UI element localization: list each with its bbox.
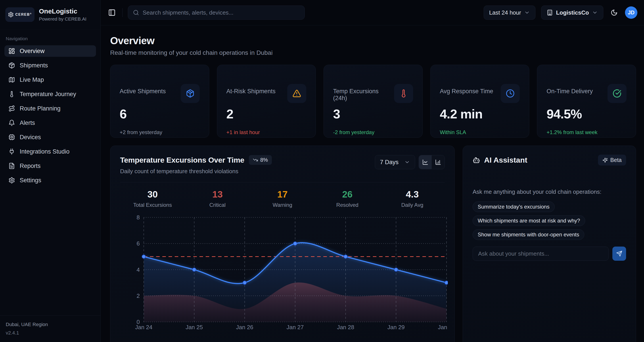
kpi-icon-chip [608,84,626,103]
kpi-card-temp-excursions: Temp Excursions (24h) 3 -2 from yesterda… [324,65,422,138]
region-label: Dubai, UAE Region [6,322,95,328]
topbar-separator [122,8,122,17]
kpi-card-on-time-delivery: On-Time Delivery 94.5% +1.2% from last w… [537,65,636,138]
time-range-select[interactable]: Last 24 hour [484,5,536,20]
svg-text:Jan 30: Jan 30 [438,324,448,331]
topbar-right: Last 24 hour LogisticsCo JD [484,5,637,20]
kpi-value: 6 [120,106,200,121]
bar-chart-toggle[interactable] [432,155,444,169]
alert-triangle-icon [292,89,301,98]
org-select[interactable]: LogisticsCo [541,5,603,20]
stat-warning: 17 Warning [250,189,315,208]
panel-left-icon [108,9,116,16]
ai-question-input[interactable] [472,247,609,261]
building-icon [547,9,553,16]
nav-item-label: Live Map [20,76,44,83]
avatar[interactable]: JD [625,6,637,19]
cereb-gear-icon [8,12,14,17]
svg-text:4: 4 [137,267,140,273]
app-title: OneLogistic [39,7,86,15]
package-icon [186,89,194,98]
sidebar-item-devices[interactable]: Devices [4,131,96,143]
sidebar-item-integrations-studio[interactable]: Integrations Studio [4,146,96,157]
nav-item-label: Devices [20,134,41,141]
sidebar-item-live-map[interactable]: Live Map [4,74,96,85]
svg-text:2: 2 [137,293,140,299]
kpi-label: At-Risk Shipments [226,84,276,95]
trend-badge: 8% [249,155,272,165]
ai-assistant-title: AI Assistant [484,156,527,164]
suggestion-chip-shipments-at-risk[interactable]: Which shipments are most at risk and why… [472,215,585,226]
excursions-chart-card: Temperature Excursions Over Time 8% Dail… [110,146,455,342]
thermometer-icon [399,89,408,98]
kpi-delta: -2 from yesterday [333,129,413,135]
charts-row: Temperature Excursions Over Time 8% Dail… [110,146,636,342]
sidebar-item-overview[interactable]: Overview [4,45,96,57]
kpi-label: On-Time Delivery [546,84,593,95]
route-icon [8,105,15,112]
kpi-delta: +2 from yesterday [120,129,200,135]
svg-text:6: 6 [137,240,140,247]
svg-text:Jan 25: Jan 25 [186,324,203,331]
send-button[interactable] [612,247,626,261]
kpi-card-active-shipments: Active Shipments 6 +2 from yesterday [110,65,209,138]
suggestion-chip-summarize-excursions[interactable]: Summarize today's excursions [472,202,555,212]
ai-input-row [472,247,626,261]
page-title: Overview [110,35,636,47]
bar-chart-icon [435,159,441,165]
nav-item-label: Overview [20,48,45,54]
sidebar-item-temperature-journey[interactable]: Temperature Journey [4,88,96,100]
map-icon [8,76,15,83]
kpi-delta: +1 in last hour [226,129,306,135]
chart-subtitle: Daily count of temperature threshold vio… [120,168,272,175]
kpi-icon-chip [287,84,306,103]
svg-text:Jan 24: Jan 24 [135,324,152,331]
sidebar-item-reports[interactable]: Reports [4,160,96,172]
nav-item-label: Temperature Journey [20,91,76,98]
time-range-value: Last 24 hour [489,9,521,16]
stat-total-excursions: 30 Total Excursions [120,189,185,208]
chart-range-select[interactable]: 7 Days [375,155,415,169]
svg-text:Jan 28: Jan 28 [337,324,354,331]
search-icon [133,9,139,16]
kpi-value: 94.5% [546,106,626,121]
sidebar-item-alerts[interactable]: Alerts [4,117,96,129]
svg-text:8: 8 [137,214,140,221]
sidebar-item-route-planning[interactable]: Route Planning [4,103,96,114]
sidebar: CEREB® OneLogistic Powered by CEREB.AI N… [0,0,100,342]
nav-item-label: Alerts [20,119,35,126]
chart-range-value: 7 Days [380,159,398,166]
theme-toggle-button[interactable] [609,7,619,18]
kpi-value: 2 [226,106,306,121]
sidebar-footer: Dubai, UAE Region v2.4.1 [0,315,100,342]
sidebar-toggle-button[interactable] [107,7,117,18]
line-chart-toggle[interactable] [419,155,432,169]
version-label: v2.4.1 [6,330,95,336]
excursions-line-chart: 02468Jan 24Jan 25Jan 26Jan 27Jan 28Jan 2… [120,211,448,335]
stat-resolved: 26 Resolved [315,189,380,208]
cpu-icon [8,134,15,140]
ai-prompt-text: Ask me anything about your cold chain op… [472,188,626,195]
sparkles-icon [602,158,608,163]
sidebar-item-shipments[interactable]: Shipments [4,60,96,71]
topbar: Last 24 hour LogisticsCo JD [100,0,644,25]
sidebar-item-settings[interactable]: Settings [4,175,96,186]
app-tagline: Powered by CEREB.AI [39,16,86,22]
bell-icon [8,119,15,126]
clock-icon [506,89,514,98]
global-search[interactable] [128,5,305,20]
kpi-card-avg-response-time: Avg Response Time 4.2 min Within SLA [430,65,530,138]
dashboard-icon [8,48,15,54]
svg-text:Jan 29: Jan 29 [388,324,405,331]
chart-stats-row: 30 Total Excursions 13 Critical 17 Warni… [120,182,445,209]
kpi-delta: +1.2% from last week [546,129,626,135]
beta-badge: Beta [598,155,626,165]
page-subtitle: Real-time monitoring of your cold chain … [110,49,636,56]
suggestion-chip-door-open-events[interactable]: Show me shipments with door-open events [472,229,584,240]
brand-header: CEREB® OneLogistic Powered by CEREB.AI [0,0,100,29]
kpi-label: Temp Excursions (24h) [333,84,394,102]
check-circle-icon [612,89,622,98]
search-input[interactable] [143,9,300,16]
gear-icon [8,177,15,184]
org-name: LogisticsCo [556,9,589,16]
